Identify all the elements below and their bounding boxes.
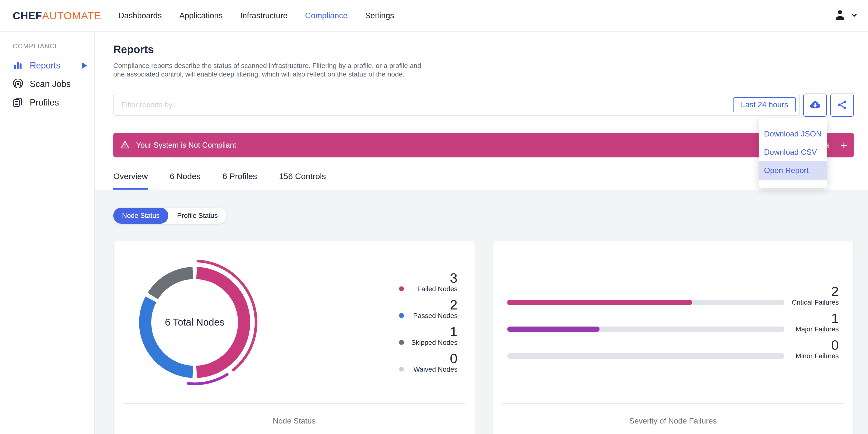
share-button[interactable]: [830, 94, 854, 117]
chevron-down-icon: [850, 11, 858, 20]
donut-center-label: 6 Total Nodes: [129, 257, 260, 388]
critical-bar-track: [507, 300, 784, 305]
toggle-profile-status[interactable]: Profile Status: [168, 208, 226, 224]
reports-header-section: Reports Compliance reports describe the …: [95, 32, 868, 190]
legend-item-passed: 2 Passed Nodes: [399, 298, 458, 320]
plus-icon[interactable]: +: [841, 140, 847, 151]
major-count: 1: [791, 311, 839, 325]
time-range-button[interactable]: Last 24 hours: [733, 97, 796, 112]
legend-item-waived: 0 Waived Nodes: [399, 352, 458, 374]
app-window: CHEFAUTOMATE Dashboards Applications Inf…: [0, 0, 868, 434]
node-status-donut: 6 Total Nodes: [129, 257, 260, 388]
sidebar-item-reports[interactable]: Reports: [0, 56, 94, 75]
menu-item-download-csv[interactable]: Download CSV: [758, 143, 827, 161]
node-status-legend: 3 Failed Nodes 2 Passed Nodes: [399, 271, 458, 374]
severity-caption: Severity of Node Failures: [502, 403, 844, 426]
major-label: Major Failures: [791, 325, 839, 333]
not-compliant-banner: Your System is Not Compliant ta +: [113, 133, 854, 157]
page-description-line2: one associated control, will enable deep…: [113, 70, 854, 79]
node-status-card: 6 Total Nodes 3 Failed Nodes: [113, 241, 475, 434]
submenu-arrow-icon[interactable]: [82, 62, 87, 69]
top-navigation: Dashboards Applications Infrastructure C…: [118, 11, 394, 20]
failed-dot-icon: [399, 286, 404, 291]
passed-dot-icon: [399, 313, 404, 318]
waived-count: 0: [399, 352, 458, 365]
page-title: Reports: [113, 43, 854, 56]
sidebar-item-label: Scan Jobs: [30, 79, 71, 89]
user-menu[interactable]: [833, 8, 868, 23]
sidebar-item-label: Profiles: [30, 97, 59, 108]
skipped-count: 1: [399, 325, 458, 339]
banner-message: Your System is Not Compliant: [136, 141, 236, 150]
overview-content: Node Status Profile Status 6 Total Nodes: [95, 190, 868, 434]
logo-chef: CHEF: [13, 10, 42, 22]
menu-item-open-report[interactable]: Open Report: [758, 161, 827, 180]
nav-infrastructure[interactable]: Infrastructure: [240, 11, 287, 20]
severity-card: 2 Critical Failures 1 Major Failures: [492, 241, 854, 434]
severity-row-minor: 0 Minor Failures: [507, 338, 839, 360]
severity-row-major: 1 Major Failures: [507, 311, 839, 333]
passed-count: 2: [399, 298, 458, 312]
page-description-line1: Compliance reports describe the status o…: [113, 61, 854, 70]
nav-applications[interactable]: Applications: [179, 11, 223, 20]
filter-row: Filter reports by... Last 24 hours: [113, 94, 854, 117]
logo-automate: AUTOMATE: [42, 10, 101, 22]
failed-label: Failed Nodes: [399, 285, 458, 293]
tab-controls[interactable]: 156 Controls: [279, 172, 326, 190]
critical-label: Critical Failures: [791, 298, 839, 307]
toggle-node-status[interactable]: Node Status: [113, 208, 168, 224]
radar-icon: [13, 79, 24, 89]
passed-label: Passed Nodes: [399, 312, 458, 320]
sidebar-item-profiles[interactable]: Profiles: [0, 93, 94, 112]
compliance-sidebar: COMPLIANCE Reports Scan Jobs Profiles: [0, 32, 95, 434]
major-bar-fill: [507, 327, 599, 332]
sidebar-item-label: Reports: [30, 60, 60, 71]
top-header: CHEFAUTOMATE Dashboards Applications Inf…: [0, 0, 868, 32]
waived-dot-icon: [399, 367, 404, 372]
legend-item-failed: 3 Failed Nodes: [399, 271, 458, 293]
nav-compliance[interactable]: Compliance: [305, 11, 347, 20]
sidebar-item-scan-jobs[interactable]: Scan Jobs: [0, 75, 94, 93]
profiles-icon: [13, 97, 24, 108]
severity-bars: 2 Critical Failures 1 Major Failures: [493, 241, 854, 403]
severity-row-critical: 2 Critical Failures: [507, 285, 839, 307]
download-button[interactable]: [803, 94, 827, 117]
filter-placeholder: Filter reports by...: [122, 101, 733, 109]
failed-count: 3: [399, 271, 458, 285]
major-bar-track: [507, 327, 784, 332]
bar-chart-icon: [13, 60, 24, 71]
report-tabs: Overview 6 Nodes 6 Profiles 156 Controls: [113, 172, 854, 190]
skipped-label: Skipped Nodes: [399, 339, 458, 347]
page-description: Compliance reports describe the status o…: [113, 61, 854, 79]
share-icon: [837, 99, 848, 111]
menu-item-download-json[interactable]: Download JSON: [758, 125, 827, 143]
tab-nodes[interactable]: 6 Nodes: [170, 172, 201, 190]
minor-count: 0: [791, 338, 839, 352]
tab-overview[interactable]: Overview: [113, 172, 148, 190]
warning-icon: [120, 140, 130, 151]
chef-automate-logo[interactable]: CHEFAUTOMATE: [13, 10, 101, 22]
nav-dashboards[interactable]: Dashboards: [118, 11, 162, 20]
tab-profiles[interactable]: 6 Profiles: [222, 172, 257, 190]
nav-settings[interactable]: Settings: [365, 11, 394, 20]
minor-label: Minor Failures: [791, 352, 839, 360]
legend-item-skipped: 1 Skipped Nodes: [399, 325, 458, 347]
download-menu: Download JSON Download CSV Open Report: [758, 118, 827, 188]
skipped-dot-icon: [399, 340, 404, 345]
node-status-caption: Node Status: [123, 403, 465, 426]
minor-bar-track: [507, 353, 784, 359]
cloud-download-icon: [809, 98, 822, 112]
user-icon: [833, 8, 847, 23]
critical-bar-fill: [507, 300, 692, 305]
status-toggle: Node Status Profile Status: [113, 208, 226, 224]
waived-label: Waived Nodes: [399, 365, 458, 374]
filter-input[interactable]: Filter reports by... Last 24 hours: [113, 94, 800, 116]
critical-count: 2: [791, 285, 839, 298]
sidebar-section-label: COMPLIANCE: [0, 42, 94, 50]
